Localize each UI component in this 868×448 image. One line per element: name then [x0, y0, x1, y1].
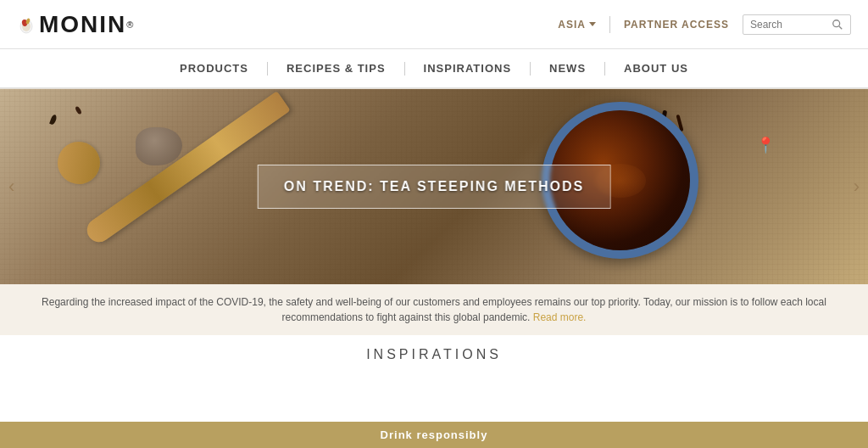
- search-box[interactable]: [743, 14, 851, 35]
- footer-text: Drink responsibly: [381, 428, 488, 441]
- notification-text: Regarding the increased impact of the CO…: [42, 296, 826, 323]
- top-bar-right: ASIA PARTNER ACCESS: [558, 14, 851, 35]
- nav-item-recipes[interactable]: RECIPES & TIPS: [268, 62, 404, 75]
- carousel-prev-button[interactable]: ‹: [8, 176, 14, 198]
- footer-bar: Drink responsibly: [0, 422, 868, 448]
- nav-item-inspirations[interactable]: INSPIRATIONS: [405, 62, 531, 75]
- header: MONIN® ASIA PARTNER ACCESS PRODUCTS RECI…: [0, 0, 868, 89]
- nav-item-about[interactable]: ABOUT US: [605, 62, 707, 75]
- notification-bar: Regarding the increased impact of the CO…: [0, 284, 868, 335]
- logo-area: MONIN®: [17, 11, 135, 38]
- hero-carousel: 📍 ON TREND: TEA STEEPING METHODS ‹ ›: [0, 89, 868, 284]
- search-input[interactable]: [750, 19, 826, 31]
- logo-text: MONIN: [39, 11, 126, 38]
- divider-vertical: [609, 16, 610, 33]
- logo-icon: [17, 15, 36, 34]
- pin-icon: 📍: [756, 136, 775, 154]
- carousel-slide-text: ON TREND: TEA STEEPING METHODS: [284, 179, 585, 193]
- search-icon: [832, 19, 843, 31]
- logo[interactable]: MONIN®: [17, 11, 135, 38]
- top-bar: MONIN® ASIA PARTNER ACCESS: [0, 0, 868, 49]
- nav-item-products[interactable]: PRODUCTS: [161, 62, 267, 75]
- nav-item-news[interactable]: NEWS: [531, 62, 604, 75]
- svg-line-5: [839, 25, 842, 28]
- region-selector[interactable]: ASIA: [558, 19, 596, 31]
- chevron-down-icon: [589, 22, 596, 26]
- read-more-link[interactable]: Read more.: [533, 311, 587, 323]
- carousel-next-button[interactable]: ›: [854, 176, 860, 198]
- nav-bar: PRODUCTS RECIPES & TIPS INSPIRATIONS NEW…: [0, 49, 868, 88]
- region-label: ASIA: [558, 19, 586, 31]
- inspirations-section: INSPIRATIONS: [0, 335, 868, 369]
- inspirations-title: INSPIRATIONS: [0, 347, 868, 362]
- svg-point-4: [833, 20, 840, 26]
- partner-access-link[interactable]: PARTNER ACCESS: [624, 19, 729, 31]
- carousel-text-box: ON TREND: TEA STEEPING METHODS: [258, 165, 611, 209]
- logo-trademark: ®: [126, 20, 135, 30]
